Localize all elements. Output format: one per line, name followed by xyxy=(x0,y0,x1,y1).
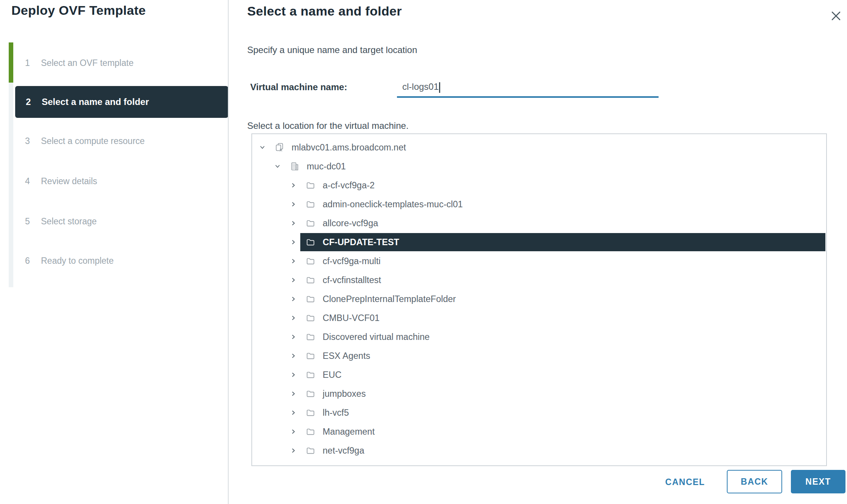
tree-node-label: ClonePrepInternalTemplateFolder xyxy=(323,290,456,308)
tree-node-folder[interactable]: jumpboxes xyxy=(252,384,826,403)
folder-icon xyxy=(306,351,315,360)
step-label: Select an OVF template xyxy=(41,53,133,73)
tree-node-label: cf-vcf9ga-multi xyxy=(323,252,381,271)
tree-node-label: CF-UPDATE-TEST xyxy=(323,233,399,252)
vcenter-icon xyxy=(275,143,284,152)
step-number: 4 xyxy=(25,171,30,191)
tree-node-label: EUC xyxy=(323,365,342,384)
tree-node-folder[interactable]: EUC xyxy=(252,365,826,384)
step-number: 6 xyxy=(25,251,30,271)
step-label: Select storage xyxy=(41,211,97,231)
chevron-right-icon[interactable] xyxy=(290,372,296,378)
folder-icon xyxy=(306,257,315,266)
tree-node-label: ESX Agents xyxy=(323,346,370,365)
sidebar-divider xyxy=(228,0,229,504)
chevron-right-icon[interactable] xyxy=(290,239,296,245)
folder-icon xyxy=(306,370,315,379)
vm-name-input[interactable]: cl-logs01 xyxy=(397,78,659,98)
tree-node-label: CMBU-VCF01 xyxy=(323,308,380,327)
tree-node-label: net-vcf9ga xyxy=(323,441,364,460)
deploy-ovf-dialog: Deploy OVF Template 1 Select an OVF temp… xyxy=(0,0,847,504)
page-subtitle: Specify a unique name and target locatio… xyxy=(247,45,417,55)
vm-folder-tree: mlabvc01.ams.broadcom.net xyxy=(251,133,827,466)
chevron-right-icon[interactable] xyxy=(290,410,296,416)
tree-node-vcenter[interactable]: mlabvc01.ams.broadcom.net xyxy=(252,138,826,157)
tree-node-label: admin-oneclick-templates-muc-cl01 xyxy=(323,195,463,214)
chevron-down-icon[interactable] xyxy=(259,144,265,150)
step-item-1[interactable]: 1 Select an OVF template xyxy=(0,53,227,73)
folder-icon xyxy=(306,408,315,417)
tree-node-folder[interactable]: ESX Agents xyxy=(252,346,826,365)
folder-icon xyxy=(306,181,315,190)
folder-icon xyxy=(306,465,315,466)
tree-node-folder[interactable]: lh-vcf5 xyxy=(252,403,826,422)
tree-node-folder-selected[interactable]: CF-UPDATE-TEST xyxy=(252,233,826,252)
folder-icon xyxy=(306,219,315,228)
chevron-down-icon[interactable] xyxy=(274,163,281,169)
tree-node-folder[interactable]: Management xyxy=(252,422,826,441)
tree-node-label: Discovered virtual machine xyxy=(323,327,430,346)
folder-icon xyxy=(306,294,315,304)
tree-node-label: Templates xyxy=(323,460,363,466)
folder-icon xyxy=(306,275,315,285)
step-label: Review details xyxy=(41,171,97,191)
step-item-3[interactable]: 3 Select a compute resource xyxy=(0,131,227,151)
folder-icon xyxy=(306,332,315,341)
dialog-title: Deploy OVF Template xyxy=(11,3,146,18)
back-button[interactable]: BACK xyxy=(727,470,782,493)
tree-node-datacenter[interactable]: muc-dc01 xyxy=(252,157,826,176)
step-item-6[interactable]: 6 Ready to complete xyxy=(0,251,227,271)
tree-node-folder[interactable]: cf-vcf9ga-multi xyxy=(252,252,826,271)
tree-node-label: cf-vcfinstalltest xyxy=(323,271,381,290)
step-item-2-active[interactable]: 2 Select a name and folder xyxy=(15,86,228,118)
tree-node-label: Management xyxy=(323,422,375,441)
chevron-right-icon[interactable] xyxy=(290,220,296,226)
folder-icon xyxy=(306,446,315,455)
step-item-4[interactable]: 4 Review details xyxy=(0,171,227,191)
chevron-right-icon[interactable] xyxy=(290,201,296,207)
tree-node-folder[interactable]: cf-vcfinstalltest xyxy=(252,271,826,290)
tree-node-label: jumpboxes xyxy=(323,384,366,403)
tree-node-folder[interactable]: a-cf-vcf9ga-2 xyxy=(252,176,826,195)
datacenter-icon xyxy=(290,162,299,171)
vm-name-label: Virtual machine name: xyxy=(250,82,347,92)
folder-icon xyxy=(306,313,315,322)
folder-icon xyxy=(306,200,315,209)
chevron-right-icon[interactable] xyxy=(290,315,296,321)
cancel-button[interactable]: CANCEL xyxy=(660,472,710,492)
step-number: 5 xyxy=(25,211,30,231)
tree-node-folder[interactable]: CMBU-VCF01 xyxy=(252,308,826,327)
text-caret xyxy=(439,82,440,93)
tree-node-label: allcore-vcf9ga xyxy=(323,214,378,233)
step-label: Select a compute resource xyxy=(41,131,145,151)
chevron-right-icon[interactable] xyxy=(290,277,296,283)
step-label: Select a name and folder xyxy=(42,86,149,118)
chevron-right-icon[interactable] xyxy=(290,448,296,454)
next-button[interactable]: NEXT xyxy=(791,470,845,493)
tree-node-folder[interactable]: admin-oneclick-templates-muc-cl01 xyxy=(252,195,826,214)
location-label: Select a location for the virtual machin… xyxy=(247,121,409,131)
chevron-right-icon[interactable] xyxy=(290,429,296,435)
chevron-right-icon[interactable] xyxy=(290,353,296,359)
tree-node-folder[interactable]: net-vcf9ga xyxy=(252,441,826,460)
step-number: 1 xyxy=(25,53,30,73)
step-label: Ready to complete xyxy=(41,251,114,271)
chevron-right-icon[interactable] xyxy=(290,391,296,397)
chevron-right-icon[interactable] xyxy=(290,258,296,264)
vm-name-value: cl-logs01 xyxy=(397,78,439,95)
folder-icon xyxy=(306,238,315,247)
close-icon[interactable] xyxy=(830,8,845,23)
tree-node-folder[interactable]: ClonePrepInternalTemplateFolder xyxy=(252,290,826,308)
tree-node-folder[interactable]: allcore-vcf9ga xyxy=(252,214,826,233)
tree-node-label: lh-vcf5 xyxy=(323,403,349,422)
chevron-right-icon[interactable] xyxy=(290,334,296,340)
folder-icon xyxy=(306,427,315,436)
chevron-right-icon[interactable] xyxy=(290,182,296,188)
tree-node-label: mlabvc01.ams.broadcom.net xyxy=(292,138,406,157)
folder-icon xyxy=(306,389,315,398)
step-item-5[interactable]: 5 Select storage xyxy=(0,211,227,231)
tree-node-folder[interactable]: Discovered virtual machine xyxy=(252,327,826,346)
tree-node-folder-partial[interactable]: Templates xyxy=(252,460,826,466)
chevron-right-icon[interactable] xyxy=(290,296,296,302)
page-title: Select a name and folder xyxy=(247,4,402,19)
